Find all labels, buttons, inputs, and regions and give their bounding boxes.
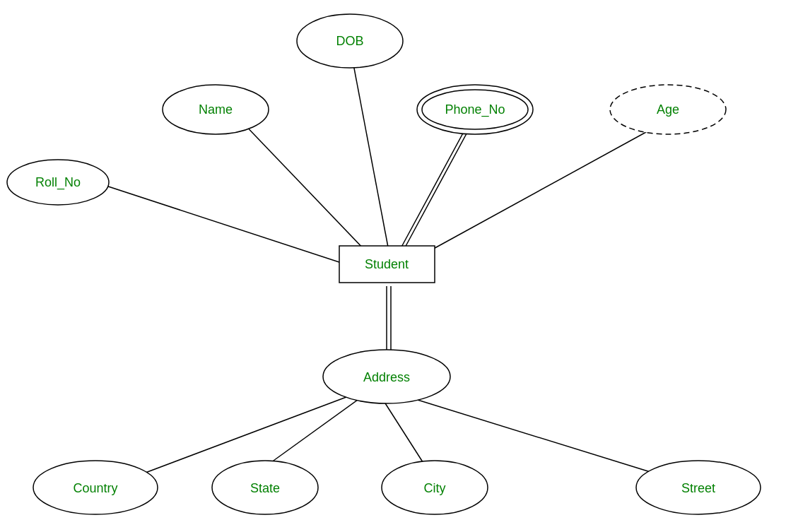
age-label: Age (657, 102, 679, 117)
student-label: Student (365, 257, 409, 271)
street-label: Street (681, 481, 715, 495)
rollno-label: Roll_No (35, 175, 81, 190)
line-address-state (269, 398, 360, 464)
line-student-phone1 (399, 120, 470, 251)
line-student-age (430, 120, 668, 251)
city-label: City (424, 481, 446, 495)
dob-label: DOB (336, 34, 363, 48)
er-diagram: DOB Name Phone_No Age Roll_No Student Ad… (0, 0, 786, 532)
line-address-city (382, 398, 424, 464)
line-student-rollno (95, 182, 348, 265)
phone-label: Phone_No (445, 102, 505, 117)
name-label: Name (199, 102, 233, 117)
line-student-dob (350, 46, 389, 251)
address-label: Address (363, 370, 410, 384)
state-label: State (250, 481, 280, 495)
line-student-phone2 (404, 118, 475, 249)
line-student-name (240, 120, 368, 253)
country-label: Country (73, 481, 117, 495)
